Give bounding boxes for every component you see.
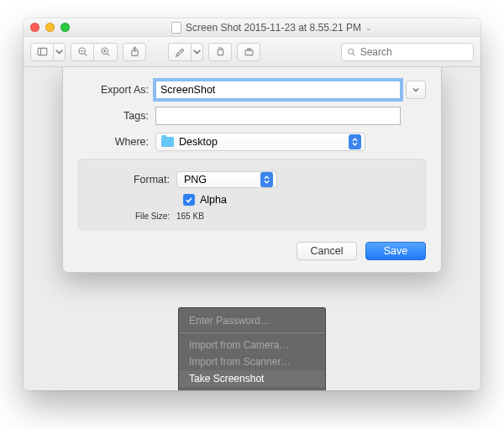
select-arrows-icon [349, 134, 361, 149]
svg-line-3 [84, 54, 87, 56]
menu-item-import-scanner[interactable]: Import from Scanner… [179, 353, 325, 370]
svg-rect-10 [218, 50, 223, 55]
toolbar [24, 37, 480, 67]
markup-button[interactable] [168, 43, 192, 61]
context-menu: Enter Password… Import from Camera… Impo… [178, 307, 326, 390]
select-arrows-icon [260, 172, 273, 187]
filesize-value: 165 KB [176, 212, 204, 221]
svg-line-6 [108, 54, 110, 56]
check-icon [185, 196, 193, 204]
search-icon [347, 47, 356, 57]
window-title: Screen Shot 2015-11-23 at 8.55.21 PM [186, 22, 361, 34]
where-select[interactable]: Desktop [155, 133, 365, 151]
share-button[interactable] [123, 43, 146, 61]
export-as-input[interactable] [155, 81, 401, 99]
svg-point-13 [349, 49, 354, 54]
search-input[interactable] [360, 46, 468, 58]
format-select[interactable]: PNG [176, 171, 277, 188]
zoom-out-button[interactable] [71, 43, 94, 61]
zoom-in-button[interactable] [94, 43, 118, 61]
chevron-down-icon [412, 86, 420, 94]
export-as-label: Export As: [78, 84, 155, 96]
where-value: Desktop [179, 136, 218, 148]
zoom-window-button[interactable] [60, 23, 70, 32]
folder-icon [161, 137, 174, 147]
document-icon [171, 22, 181, 34]
cancel-button[interactable]: Cancel [297, 242, 357, 260]
filesize-label: File Size: [92, 212, 176, 221]
save-button[interactable]: Save [365, 242, 426, 260]
title-dropdown-icon[interactable]: ⌄ [365, 24, 372, 32]
minimize-window-button[interactable] [45, 23, 55, 32]
where-label: Where: [78, 136, 155, 148]
sidebar-toggle-button[interactable] [30, 43, 54, 61]
menu-separator [179, 332, 325, 333]
titlebar: Screen Shot 2015-11-23 at 8.55.21 PM ⌄ [24, 18, 480, 37]
rotate-button[interactable] [208, 43, 232, 61]
menu-item-import-camera[interactable]: Import from Camera… [179, 337, 325, 353]
markup-dropdown-button[interactable] [192, 43, 203, 61]
tags-label: Tags: [78, 110, 155, 122]
menu-item-enter-password[interactable]: Enter Password… [179, 312, 325, 329]
format-options-panel: Format: PNG Alpha [78, 159, 426, 230]
expand-save-dialog-button[interactable] [406, 81, 426, 99]
svg-rect-0 [38, 48, 47, 55]
export-sheet: Export As: Tags: Where: [62, 67, 442, 273]
close-window-button[interactable] [30, 23, 39, 32]
app-window: Screen Shot 2015-11-23 at 8.55.21 PM ⌄ [24, 18, 480, 390]
format-label: Format: [92, 174, 176, 186]
tags-input[interactable] [155, 107, 401, 125]
format-value: PNG [184, 174, 207, 186]
search-field[interactable] [341, 43, 474, 61]
menu-item-take-screenshot[interactable]: Take Screenshot [179, 370, 325, 387]
toolbox-button[interactable] [237, 43, 260, 61]
sidebar-dropdown-button[interactable] [54, 43, 66, 61]
svg-rect-12 [247, 49, 250, 50]
alpha-label: Alpha [200, 194, 227, 206]
svg-line-14 [353, 53, 354, 55]
svg-rect-11 [245, 50, 253, 55]
alpha-checkbox[interactable] [183, 194, 195, 206]
